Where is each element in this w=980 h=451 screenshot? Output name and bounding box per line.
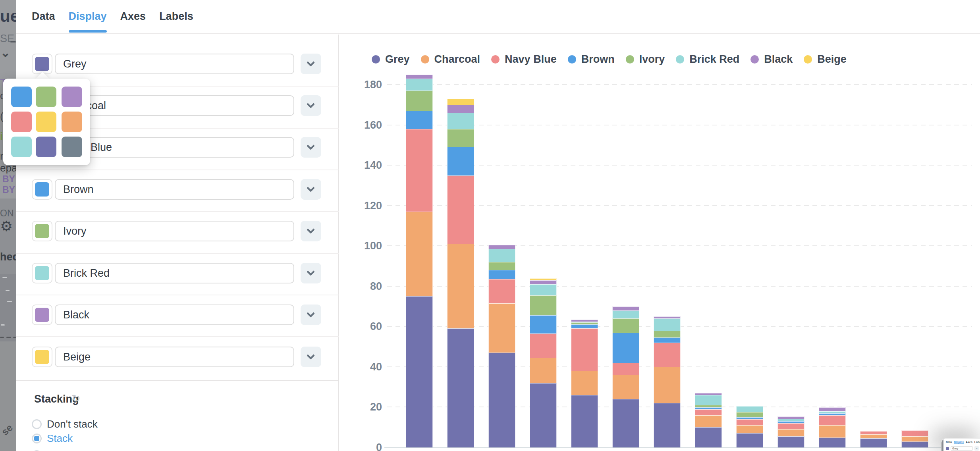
bar-segment-brown[interactable] — [447, 147, 474, 175]
legend-item-ivory[interactable]: Ivory — [626, 53, 669, 66]
series-options-chevron-button[interactable] — [301, 137, 321, 158]
series-color-swatch-button[interactable] — [32, 347, 52, 367]
series-color-swatch-button[interactable] — [32, 263, 52, 283]
bar-segment-beige[interactable] — [447, 99, 474, 105]
bar-segment-ivory[interactable] — [488, 262, 515, 270]
bar-segment-grey[interactable] — [860, 438, 887, 447]
bar-segment-charcoal[interactable] — [901, 436, 928, 441]
series-options-chevron-button[interactable] — [301, 54, 321, 74]
series-options-chevron-button[interactable] — [301, 221, 321, 241]
bar-segment-ivory[interactable] — [736, 412, 763, 417]
series-name-input[interactable] — [55, 54, 294, 74]
palette-color-option[interactable] — [11, 87, 32, 107]
bar-segment-navy-blue[interactable] — [860, 431, 887, 434]
bar-segment-brick-red[interactable] — [406, 79, 433, 91]
bar-segment-charcoal[interactable] — [488, 303, 515, 353]
series-name-input[interactable] — [55, 179, 294, 200]
series-color-swatch-button[interactable] — [32, 179, 52, 200]
bar-segment-grey[interactable] — [571, 395, 598, 447]
bar-segment-grey[interactable] — [777, 436, 804, 447]
bar-segment-navy-blue[interactable] — [901, 430, 928, 436]
palette-color-option[interactable] — [11, 112, 32, 132]
stacking-option-don-t-stack[interactable]: Don't stack — [32, 418, 98, 430]
bar-segment-grey[interactable] — [488, 353, 515, 447]
bar-segment-brick-red[interactable] — [612, 310, 639, 318]
series-color-swatch-button[interactable] — [32, 54, 52, 74]
stacking-option-stack[interactable]: Stack — [32, 432, 73, 445]
bar-segment-navy-blue[interactable] — [447, 175, 474, 244]
bar-segment-charcoal[interactable] — [736, 425, 763, 433]
bar-segment-brown[interactable] — [488, 270, 515, 279]
bar-segment-brick-red[interactable] — [447, 113, 474, 129]
bar-segment-brick-red[interactable] — [736, 406, 763, 412]
bar-segment-grey[interactable] — [819, 438, 846, 447]
tab-axes[interactable]: Axes — [120, 0, 146, 33]
bar-segment-ivory[interactable] — [406, 91, 433, 111]
palette-color-option[interactable] — [11, 137, 32, 157]
bar-segment-black[interactable] — [447, 105, 474, 113]
bar-segment-black[interactable] — [406, 75, 433, 79]
bar-segment-brick-red[interactable] — [695, 395, 722, 405]
bar-segment-black[interactable] — [488, 245, 515, 249]
bar-segment-charcoal[interactable] — [654, 367, 681, 403]
bar-segment-ivory[interactable] — [447, 129, 474, 147]
series-options-chevron-button[interactable] — [301, 263, 321, 283]
series-name-input[interactable] — [55, 263, 294, 283]
series-name-input[interactable] — [55, 305, 294, 325]
bar-segment-navy-blue[interactable] — [777, 423, 804, 429]
series-options-chevron-button[interactable] — [301, 179, 321, 200]
bar-segment-grey[interactable] — [654, 403, 681, 447]
series-options-chevron-button[interactable] — [301, 305, 321, 325]
series-color-swatch-button[interactable] — [32, 221, 52, 241]
bar-segment-black[interactable] — [612, 306, 639, 310]
bar-segment-ivory[interactable] — [612, 318, 639, 333]
bar-segment-brick-red[interactable] — [654, 318, 681, 330]
bar-segment-brown[interactable] — [612, 333, 639, 363]
bar-segment-black[interactable] — [819, 407, 846, 411]
legend-item-brown[interactable]: Brown — [568, 53, 619, 66]
legend-item-charcoal[interactable]: Charcoal — [421, 53, 484, 66]
bar-segment-black[interactable] — [530, 280, 557, 284]
legend-item-navy-blue[interactable]: Navy Blue — [491, 53, 561, 66]
palette-color-option[interactable] — [62, 112, 82, 132]
series-name-input[interactable] — [55, 221, 294, 241]
bar-segment-brick-red[interactable] — [530, 284, 557, 295]
tab-data[interactable]: Data — [32, 0, 55, 33]
bar-segment-navy-blue[interactable] — [654, 343, 681, 367]
bar-segment-grey[interactable] — [901, 441, 928, 447]
bar-segment-navy-blue[interactable] — [530, 333, 557, 358]
series-name-input[interactable] — [55, 347, 294, 367]
bar-segment-navy-blue[interactable] — [695, 409, 722, 415]
bar-segment-charcoal[interactable] — [695, 415, 722, 427]
bar-segment-charcoal[interactable] — [530, 358, 557, 383]
stacking-option-stack-100-[interactable]: Stack - 100% — [32, 449, 108, 451]
bar-segment-grey[interactable] — [447, 328, 474, 447]
palette-color-option[interactable] — [36, 137, 56, 157]
legend-item-beige[interactable]: Beige — [804, 53, 851, 66]
bar-segment-charcoal[interactable] — [571, 371, 598, 395]
tab-labels[interactable]: Labels — [159, 0, 193, 33]
palette-color-option[interactable] — [36, 87, 56, 107]
series-name-input[interactable] — [55, 137, 294, 158]
series-options-chevron-button[interactable] — [301, 347, 321, 367]
bar-segment-brown[interactable] — [571, 324, 598, 328]
bar-segment-brown[interactable] — [406, 111, 433, 129]
bar-segment-grey[interactable] — [530, 383, 557, 447]
bar-segment-navy-blue[interactable] — [488, 279, 515, 303]
bar-segment-navy-blue[interactable] — [571, 328, 598, 371]
legend-item-black[interactable]: Black — [750, 53, 797, 66]
bar-segment-grey[interactable] — [736, 433, 763, 447]
bar-segment-charcoal[interactable] — [777, 429, 804, 436]
palette-color-option[interactable] — [62, 137, 82, 157]
bar-segment-charcoal[interactable] — [406, 212, 433, 296]
bar-segment-navy-blue[interactable] — [406, 129, 433, 212]
bar-segment-grey[interactable] — [406, 296, 433, 447]
bar-segment-navy-blue[interactable] — [612, 363, 639, 375]
bar-segment-navy-blue[interactable] — [736, 419, 763, 425]
bar-segment-charcoal[interactable] — [447, 244, 474, 328]
bar-segment-brown[interactable] — [530, 315, 557, 333]
bar-segment-brown[interactable] — [654, 337, 681, 343]
stacking-reset-icon[interactable]: ↻ — [71, 392, 81, 405]
bar-segment-ivory[interactable] — [654, 331, 681, 338]
palette-color-option[interactable] — [36, 112, 56, 132]
